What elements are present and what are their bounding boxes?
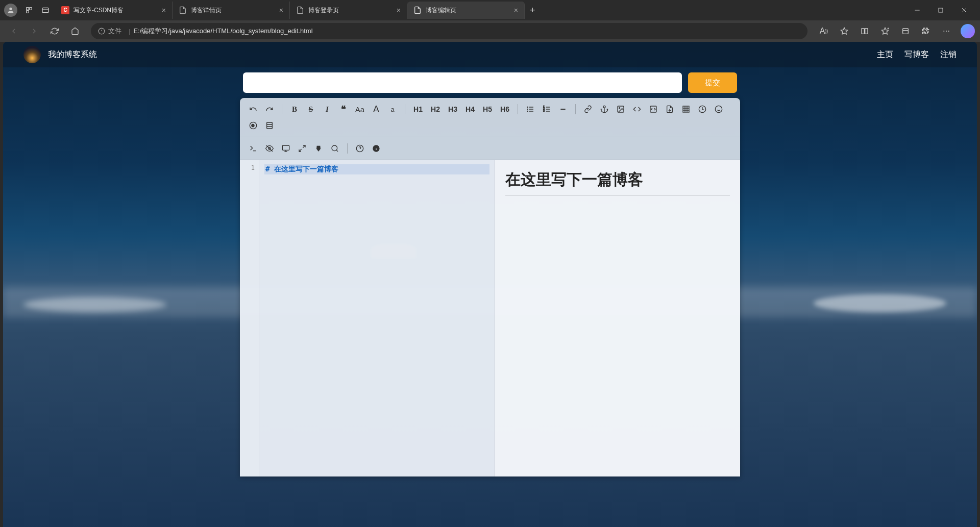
h1-button[interactable]: H1 xyxy=(410,102,426,116)
font-large-button[interactable]: A xyxy=(369,102,383,116)
svg-line-64 xyxy=(299,149,302,152)
quote-button[interactable]: ❝ xyxy=(336,102,351,116)
datetime-icon[interactable] xyxy=(695,102,709,116)
url-scheme: 文件 xyxy=(98,27,121,36)
site-title: 我的博客系统 xyxy=(48,49,97,60)
tab-login[interactable]: 博客登录页 × xyxy=(290,2,407,19)
anchor-icon[interactable] xyxy=(597,102,611,116)
link-icon[interactable] xyxy=(581,102,595,116)
preview-icon[interactable] xyxy=(279,141,293,156)
close-window-button[interactable] xyxy=(952,2,976,18)
nav-write[interactable]: 写博客 xyxy=(904,49,929,60)
table-icon[interactable] xyxy=(679,102,693,116)
tab-title: 博客详情页 xyxy=(191,6,275,15)
special-char-icon[interactable]: © xyxy=(246,118,260,133)
h3-button[interactable]: H3 xyxy=(445,102,460,116)
h4-button[interactable]: H4 xyxy=(462,102,478,116)
read-aloud-icon[interactable]: A)) xyxy=(815,23,833,39)
svg-rect-7 xyxy=(939,8,943,12)
markdown-editor: B S I ❝ Aa A a H1 H2 H3 H4 H5 H6 123 xyxy=(240,98,740,476)
tab-csdn[interactable]: C 写文章-CSDN博客 × xyxy=(55,2,173,19)
menu-icon[interactable] xyxy=(937,23,955,39)
undo-icon[interactable] xyxy=(246,102,260,116)
file-icon xyxy=(413,6,422,14)
tab-actions-icon[interactable] xyxy=(39,4,52,17)
font-uppercase-button[interactable]: Aa xyxy=(353,102,367,116)
copilot-icon[interactable] xyxy=(961,24,975,38)
back-button[interactable] xyxy=(5,22,22,40)
file-icon xyxy=(179,6,187,14)
italic-button[interactable]: I xyxy=(320,102,334,116)
svg-point-37 xyxy=(603,106,605,108)
h6-button[interactable]: H6 xyxy=(497,102,512,116)
svg-point-0 xyxy=(9,8,12,10)
goto-line-icon[interactable] xyxy=(246,141,260,156)
info-icon[interactable] xyxy=(369,141,383,156)
home-button[interactable] xyxy=(66,22,84,40)
favorites-bar-icon[interactable] xyxy=(876,23,894,39)
svg-rect-3 xyxy=(27,11,29,13)
split-screen-icon[interactable] xyxy=(855,23,874,39)
ol-button[interactable]: 123 xyxy=(540,102,554,116)
emoji-icon[interactable] xyxy=(712,102,726,116)
image-icon[interactable] xyxy=(614,102,628,116)
svg-rect-54 xyxy=(267,122,273,129)
markdown-source-pane[interactable]: # 在这里写下一篇博客 xyxy=(259,160,495,476)
svg-point-23 xyxy=(948,31,949,32)
search-icon[interactable] xyxy=(328,141,342,156)
nav-home[interactable]: 主页 xyxy=(877,49,893,60)
favorite-icon[interactable] xyxy=(835,23,853,39)
svg-line-63 xyxy=(303,145,305,148)
page-content: 我的博客系统 主页 写博客 注销 提交 B S I ❝ Aa A a H1 H2… xyxy=(3,42,977,527)
ul-button[interactable] xyxy=(523,102,537,116)
tab-edit-active[interactable]: 博客编辑页 × xyxy=(407,2,525,19)
hr-button[interactable] xyxy=(556,102,570,116)
compose-row: 提交 xyxy=(3,67,977,98)
line-number: 1 xyxy=(240,164,255,171)
svg-rect-19 xyxy=(903,29,909,34)
h2-button[interactable]: H2 xyxy=(428,102,443,116)
bold-button[interactable]: B xyxy=(287,102,302,116)
redo-icon[interactable] xyxy=(262,102,277,116)
font-small-button[interactable]: a xyxy=(385,102,400,116)
submit-button[interactable]: 提交 xyxy=(688,72,737,93)
code-icon[interactable] xyxy=(630,102,644,116)
minimize-button[interactable] xyxy=(905,2,929,18)
watch-icon[interactable] xyxy=(262,141,277,156)
close-icon[interactable]: × xyxy=(162,6,166,14)
refresh-button[interactable] xyxy=(46,22,63,40)
fullscreen-icon[interactable] xyxy=(295,141,309,156)
svg-rect-15 xyxy=(865,29,868,34)
attachment-icon[interactable] xyxy=(663,102,677,116)
collections-icon[interactable] xyxy=(896,23,915,39)
pagebreak-icon[interactable] xyxy=(262,118,277,133)
nav-logout[interactable]: 注销 xyxy=(940,49,957,60)
svg-line-66 xyxy=(336,150,338,152)
strikethrough-button[interactable]: S xyxy=(304,102,318,116)
tabs-row: C 写文章-CSDN博客 × 博客详情页 × 博客登录页 × 博客编辑页 × + xyxy=(55,0,905,20)
svg-point-49 xyxy=(715,106,722,112)
extensions-icon[interactable] xyxy=(917,23,935,39)
file-icon xyxy=(296,6,304,14)
close-icon[interactable]: × xyxy=(397,6,401,14)
h5-button[interactable]: H5 xyxy=(480,102,495,116)
url-input[interactable]: 文件 | E:/编程学习/java/javacode/HTML/bolg_sys… xyxy=(91,23,807,39)
site-logo[interactable] xyxy=(23,46,41,63)
forward-button[interactable] xyxy=(26,22,43,40)
svg-rect-43 xyxy=(683,106,689,112)
svg-point-27 xyxy=(527,107,528,107)
workspaces-icon[interactable] xyxy=(22,4,36,17)
codeblock-icon[interactable] xyxy=(646,102,660,116)
site-header: 我的博客系统 主页 写博客 注销 xyxy=(3,42,977,67)
maximize-button[interactable] xyxy=(929,2,952,18)
close-icon[interactable]: × xyxy=(279,6,283,14)
profile-icon[interactable] xyxy=(4,4,17,17)
post-title-input[interactable] xyxy=(243,72,682,93)
close-icon[interactable]: × xyxy=(514,6,518,14)
window-controls xyxy=(905,2,976,18)
new-tab-button[interactable]: + xyxy=(525,5,541,16)
tab-detail[interactable]: 博客详情页 × xyxy=(173,2,290,19)
clear-icon[interactable] xyxy=(311,141,326,156)
help-icon[interactable] xyxy=(353,141,367,156)
tab-title: 博客登录页 xyxy=(308,6,393,15)
